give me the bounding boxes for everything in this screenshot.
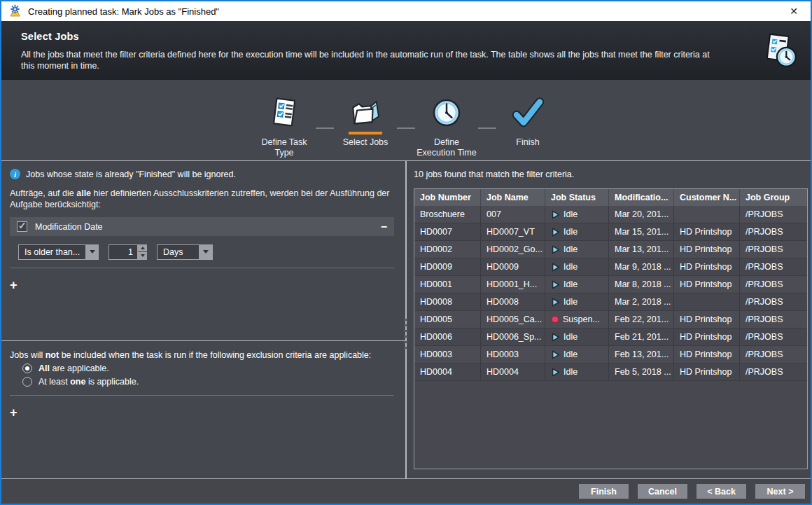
table-cell: Feb 22, 201... bbox=[609, 311, 674, 328]
table-cell: HD0007_VT bbox=[481, 223, 545, 241]
cancel-button[interactable]: Cancel bbox=[638, 484, 687, 499]
idle-play-icon bbox=[551, 210, 560, 219]
window-title: Creating planned task: Mark Jobs as "Fin… bbox=[28, 6, 219, 17]
collapse-criterion-button[interactable]: − bbox=[381, 222, 387, 232]
job-status-text: Idle bbox=[564, 364, 578, 381]
wizard-steps-bar: Define Task Type bbox=[1, 80, 811, 160]
step-define-task-type[interactable]: Define Task Type bbox=[253, 95, 316, 158]
table-row[interactable]: HD0001HD0001_H...IdleMar 8, 2018 ...HD P… bbox=[414, 276, 807, 293]
table-cell: /PRJOBS bbox=[740, 206, 807, 223]
exclusion-option-all[interactable]: All are applicable. bbox=[22, 364, 394, 373]
task-document-clock-icon bbox=[759, 31, 801, 71]
table-cell: HD Printshop bbox=[674, 223, 740, 241]
next-button[interactable]: Next > bbox=[755, 484, 805, 499]
spinner-down-icon[interactable] bbox=[138, 252, 147, 260]
step-define-execution-time[interactable]: Define Execution Time bbox=[415, 95, 478, 158]
add-exclusion-button[interactable]: + bbox=[10, 406, 24, 420]
step-label: Define Task Type bbox=[261, 137, 307, 158]
unit-dropdown[interactable]: Days bbox=[157, 244, 213, 260]
step-finish[interactable]: Finish bbox=[496, 95, 559, 148]
title-bar[interactable]: Creating planned task: Mark Jobs as "Fin… bbox=[1, 1, 811, 21]
radio-label: All are applicable. bbox=[38, 364, 109, 373]
active-step-indicator bbox=[349, 132, 382, 134]
wizard-window: Creating planned task: Mark Jobs as "Fin… bbox=[0, 0, 812, 505]
table-row[interactable]: HD0009HD0009IdleMar 9, 2018 ...HD Prints… bbox=[414, 258, 807, 276]
table-cell: Feb 13, 201... bbox=[609, 346, 674, 364]
jobs-summary: 10 jobs found that match the filter crit… bbox=[414, 170, 574, 179]
chevron-down-icon[interactable] bbox=[85, 245, 99, 259]
radio-at-least-one[interactable] bbox=[22, 377, 32, 387]
table-cell: Mar 2, 2018 ... bbox=[609, 293, 674, 311]
step-connector bbox=[478, 127, 496, 129]
page-title: Select Jobs bbox=[21, 31, 791, 42]
exclusion-criteria-text: Jobs will not be included when the task … bbox=[10, 350, 394, 360]
active-step-indicator bbox=[430, 132, 463, 134]
jobs-table: Job Number Job Name Job Status Modificat… bbox=[414, 188, 808, 469]
table-cell: Mar 8, 2018 ... bbox=[609, 276, 674, 293]
table-cell: /PRJOBS bbox=[740, 241, 807, 258]
column-header-customer[interactable]: Customer N... bbox=[674, 189, 740, 206]
table-cell: /PRJOBS bbox=[740, 364, 807, 381]
job-status-text: Idle bbox=[564, 293, 578, 311]
operator-dropdown[interactable]: Is older than... bbox=[18, 244, 99, 260]
table-row[interactable]: HD0002HD0002_Go...IdleMar 13, 201...HD P… bbox=[414, 241, 807, 258]
table-cell: HD0001 bbox=[414, 276, 481, 293]
idle-play-icon bbox=[551, 350, 560, 359]
radio-all[interactable] bbox=[22, 364, 32, 373]
filter-criteria-panel: i Jobs whose state is already "Finished"… bbox=[1, 162, 405, 341]
clock-icon bbox=[430, 97, 463, 129]
table-cell: HD0002_Go... bbox=[481, 241, 545, 258]
table-row[interactable]: HD0006HD0006_Sp...IdleFeb 21, 201...HD P… bbox=[414, 328, 807, 346]
step-label: Select Jobs bbox=[343, 137, 388, 148]
job-status-text: Idle bbox=[564, 346, 578, 364]
add-criterion-button[interactable]: + bbox=[10, 278, 24, 293]
table-cell: HD0003 bbox=[414, 346, 481, 364]
job-table-body: Broschuere007IdleMar 20, 201.../PRJOBSHD… bbox=[414, 206, 807, 381]
column-header-modification[interactable]: Modificatio... bbox=[609, 189, 674, 206]
job-status-text: Idle bbox=[564, 223, 578, 241]
table-cell: /PRJOBS bbox=[740, 293, 807, 311]
back-button[interactable]: < Back bbox=[696, 484, 746, 499]
finish-button[interactable]: Finish bbox=[579, 484, 629, 499]
table-row[interactable]: Broschuere007IdleMar 20, 201.../PRJOBS bbox=[414, 206, 807, 223]
page-description: All the jobs that meet the filter criter… bbox=[21, 49, 714, 71]
column-header-job-group[interactable]: Job Group bbox=[740, 189, 807, 206]
value-spinner bbox=[108, 244, 147, 260]
column-header-job-name[interactable]: Job Name bbox=[481, 189, 545, 206]
column-header-job-status[interactable]: Job Status bbox=[545, 189, 609, 206]
job-status-text: Suspen... bbox=[563, 311, 600, 328]
chevron-down-icon[interactable] bbox=[199, 245, 212, 259]
table-cell: HD0005_Ca... bbox=[481, 311, 545, 328]
divider bbox=[10, 395, 394, 396]
column-header-job-number[interactable]: Job Number bbox=[414, 189, 481, 206]
table-cell: Mar 15, 201... bbox=[609, 223, 674, 241]
table-cell: HD0004 bbox=[481, 364, 545, 381]
value-input[interactable] bbox=[108, 244, 138, 260]
modification-date-criterion-header: ✓ Modification Date − bbox=[10, 217, 394, 236]
checklist-document-icon bbox=[268, 97, 300, 129]
table-cell: HD Printshop bbox=[674, 346, 740, 364]
job-status-cell: Idle bbox=[545, 346, 609, 364]
table-row[interactable]: HD0008HD0008IdleMar 2, 2018 .../PRJOBS bbox=[414, 293, 807, 311]
table-cell: HD0004 bbox=[414, 364, 481, 381]
table-cell: /PRJOBS bbox=[740, 258, 807, 276]
table-row[interactable]: HD0007HD0007_VTIdleMar 15, 201...HD Prin… bbox=[414, 223, 807, 241]
step-select-jobs[interactable]: Select Jobs bbox=[334, 95, 397, 148]
exclusion-criteria-panel: Jobs will not be included when the task … bbox=[1, 342, 405, 480]
exclusion-option-one[interactable]: At least one is applicable. bbox=[22, 377, 394, 387]
table-row[interactable]: HD0003HD0003IdleFeb 13, 201...HD Printsh… bbox=[414, 346, 807, 364]
info-icon: i bbox=[10, 169, 20, 179]
table-cell: /PRJOBS bbox=[740, 276, 807, 293]
table-row[interactable]: HD0004HD0004IdleFeb 5, 2018 ...HD Prints… bbox=[414, 364, 807, 381]
modification-date-checkbox[interactable]: ✓ bbox=[17, 221, 27, 232]
table-row[interactable]: HD0005HD0005_Ca...Suspen...Feb 22, 201..… bbox=[414, 311, 807, 328]
idle-play-icon bbox=[551, 263, 560, 272]
table-cell: Mar 20, 201... bbox=[609, 206, 674, 223]
spinner-up-icon[interactable] bbox=[138, 244, 147, 252]
table-cell: HD0009 bbox=[481, 258, 545, 276]
table-cell: Mar 13, 201... bbox=[609, 241, 674, 258]
footer-bar: Finish Cancel < Back Next > bbox=[1, 478, 811, 504]
job-status-cell: Idle bbox=[545, 293, 609, 311]
close-icon[interactable]: ✕ bbox=[785, 1, 802, 21]
idle-play-icon bbox=[551, 228, 560, 237]
